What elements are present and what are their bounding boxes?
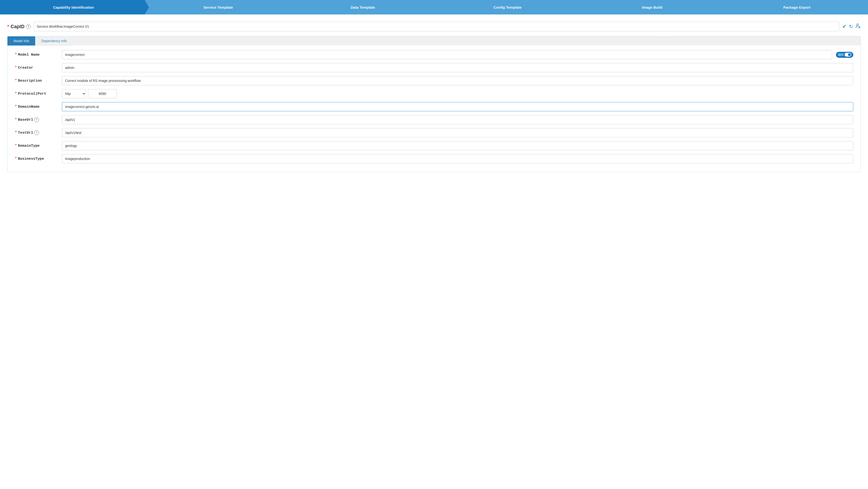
model-name-row: * Model Name 编辑 [15, 50, 853, 59]
model-name-toggle[interactable]: 编辑 [836, 52, 853, 58]
base-url-help-icon[interactable]: ? [34, 117, 39, 122]
creator-label: * Creator [15, 66, 58, 70]
capid-actions: ✔ ↻ [842, 23, 861, 30]
protocol-port-inputs: http https [62, 89, 117, 98]
breadcrumb-item-capability-identification[interactable]: Capability Identification [0, 0, 145, 14]
base-url-input[interactable] [62, 115, 853, 124]
business-type-row: * BusinessType [15, 154, 853, 163]
domain-type-input[interactable] [62, 141, 853, 150]
test-url-input[interactable] [62, 128, 853, 137]
tabs-container: Model Info Dependency Info * Model Name … [7, 36, 861, 172]
domain-type-row: * DomainType [15, 141, 853, 150]
base-url-label: * BaseUrl ? [15, 117, 58, 122]
capid-label-text: CapID [10, 24, 25, 29]
creator-row: * Creator [15, 63, 853, 72]
tab-model-info[interactable]: Model Info [7, 36, 35, 45]
test-url-help-icon[interactable]: ? [34, 130, 39, 135]
capid-row: * CapID ? ✔ ↻ [7, 22, 861, 31]
capid-required-star: * [7, 24, 9, 29]
model-name-input[interactable] [62, 50, 832, 59]
business-type-input[interactable] [62, 154, 853, 163]
capid-help-icon[interactable]: ? [26, 24, 31, 29]
breadcrumb-item-data-template[interactable]: Data Template [289, 0, 434, 14]
capid-add-user-icon[interactable] [856, 23, 861, 30]
description-label: * Description [15, 78, 58, 83]
test-url-label: * TestUrl ? [15, 130, 58, 135]
protocol-port-row: * Protocol|Port http https [15, 89, 853, 98]
breadcrumb-item-package-export[interactable]: Package Export [723, 0, 868, 14]
tab-content-model-info: * Model Name 编辑 * Creator [7, 45, 861, 172]
protocol-select[interactable]: http https [62, 89, 86, 98]
breadcrumb-item-image-build[interactable]: Image Build [579, 0, 723, 14]
tabs-header: Model Info Dependency Info [7, 36, 861, 45]
tab-dependency-info[interactable]: Dependency Info [35, 36, 73, 45]
base-url-row: * BaseUrl ? [15, 115, 853, 124]
breadcrumb-item-config-template[interactable]: Config Template [434, 0, 579, 14]
breadcrumb-nav: Capability Identification Service Templa… [0, 0, 868, 14]
capid-input[interactable] [34, 22, 839, 31]
toggle-switch[interactable] [845, 53, 851, 57]
protocol-port-label: * Protocol|Port [15, 92, 58, 96]
description-input[interactable] [62, 76, 853, 85]
model-name-label: * Model Name [15, 53, 58, 57]
capid-check-icon: ✔ [842, 23, 846, 30]
capid-refresh-icon[interactable]: ↻ [849, 24, 853, 29]
domain-name-row: * DomainName [15, 102, 853, 111]
business-type-label: * BusinessType [15, 157, 58, 161]
creator-input[interactable] [62, 63, 853, 72]
svg-point-0 [857, 24, 859, 26]
description-row: * Description [15, 76, 853, 85]
domain-name-label: * DomainName [15, 104, 58, 109]
domain-type-label: * DomainType [15, 143, 58, 148]
main-content: * CapID ? ✔ ↻ Model Info Dep [0, 14, 868, 489]
port-input[interactable] [88, 89, 117, 98]
breadcrumb-item-service-template[interactable]: Service Template [145, 0, 289, 14]
domain-name-input[interactable] [62, 102, 853, 111]
test-url-row: * TestUrl ? [15, 128, 853, 137]
capid-label: * CapID ? [7, 24, 31, 29]
